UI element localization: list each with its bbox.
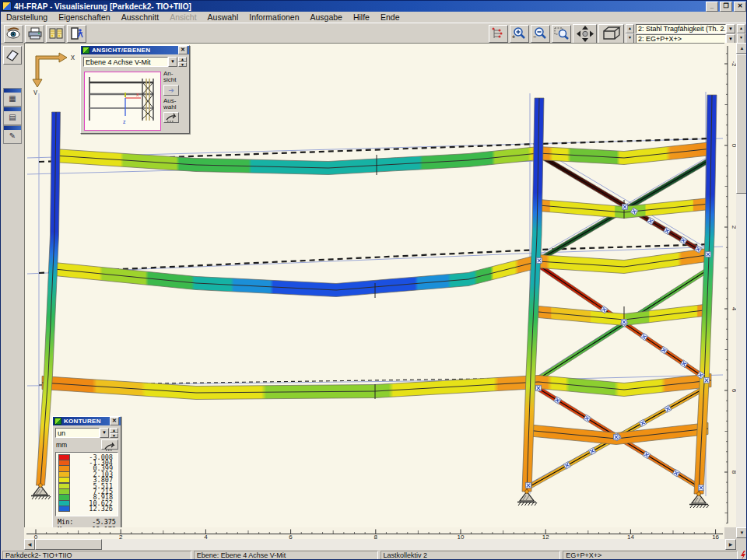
zoom-window-button[interactable] [552,25,571,43]
view-spin-down-icon[interactable]: ▼ [626,33,634,44]
konturen-combo[interactable]: un ▼ [55,428,109,438]
menu-item-darstellung[interactable]: Darstellung [1,12,53,22]
plane-3d-button[interactable] [3,46,22,65]
konturen-close-icon[interactable]: ✕ [110,417,119,425]
zoom-in-icon: + [511,26,528,40]
maximize-button[interactable]: ❐ [720,2,732,12]
horizontal-scroll-thumb[interactable] [35,539,102,550]
svg-text:0: 0 [34,534,38,540]
menu-item-ansicht: Ansicht [164,12,202,22]
horizontal-scrollbar[interactable]: ◀ ▶ [24,539,736,550]
vertical-scroll-thumb[interactable] [736,54,747,194]
ebene-combo-arrow-icon[interactable]: ▼ [168,57,177,67]
status-alert-icon [740,551,746,560]
load-spin-down-icon[interactable]: ▼ [737,33,745,44]
exit-button[interactable] [67,25,86,43]
scroll-up-icon[interactable]: ▲ [736,43,747,54]
konturen-combo-arrow-icon[interactable]: ▼ [100,428,109,438]
contour-legend: -3.008-1.3040.3992.1033.8075.5117.2158.9… [55,452,118,516]
view-settings-button[interactable] [4,25,23,43]
axis-indicator: x y [31,47,81,95]
result-combo[interactable]: 2: Stahl Tragfähigkeit (Th. 2. O ▼ [636,24,735,33]
printer-icon [27,27,43,40]
ansicht-ebenen-panel[interactable]: ANSICHT/EBENEN ✕ Ebene 4 Achse V-Mit ▼ ▲… [80,45,190,134]
svg-text:4: 4 [731,307,737,311]
ansicht-label-line2: sicht [163,77,188,83]
status-project: Parkdeck2- TIO+TIIO [2,551,191,560]
view-3d-box-icon [601,26,622,41]
exit-door-icon [69,27,85,40]
right-ruler: -202468 [724,43,736,527]
konturen-panel-titlebar[interactable]: KONTUREN ✕ [53,417,121,425]
konturen-spinner[interactable]: ▲ ▼ [110,428,118,438]
scroll-left-icon[interactable]: ◀ [24,539,35,550]
title-bar[interactable]: 4H-FRAP - Visualisierung [Parkdeck2- TIO… [1,1,747,12]
auswahl-label-line2: wahl [163,104,188,110]
zoom-window-icon [553,26,570,40]
scroll-down-icon[interactable]: ▼ [736,527,747,538]
plane-preview[interactable]: x z [84,72,161,131]
load-spinner[interactable]: ▲ ▼ [737,24,745,44]
ebene-spinner[interactable]: ▲ ▼ [178,57,187,67]
pages-button[interactable] [46,25,65,43]
load-spin-up-icon[interactable]: ▲ [737,24,745,34]
svg-text:2: 2 [119,534,123,540]
svg-text:10: 10 [458,534,465,540]
minimize-button[interactable]: _ [706,2,718,12]
load-combo-value[interactable]: 2: EG+P+X+> [636,34,726,44]
print-button[interactable] [25,25,44,43]
legend-value: 12.326 [70,505,117,513]
konturen-panel[interactable]: KONTUREN ✕ un ▼ ▲ ▼ mm [52,416,121,527]
svg-text:0: 0 [731,144,737,148]
menu-item-ende[interactable]: Ende [375,12,405,22]
result-combo-value[interactable]: 2: Stahl Tragfähigkeit (Th. 2. O [636,24,726,33]
konturen-spin-down-icon[interactable]: ▼ [110,433,118,439]
ansicht-close-icon[interactable]: ✕ [178,46,188,54]
auswahl-pick-button[interactable] [163,112,179,123]
vertical-scrollbar[interactable]: ▲ ▼ [736,43,747,538]
menu-item-hilfe[interactable]: Hilfe [348,12,375,22]
mini-panel-table[interactable]: ▤ [3,107,22,125]
zoom-out-button[interactable]: − [531,25,550,43]
svg-text:8: 8 [374,534,378,540]
konturen-pick-button[interactable] [101,439,118,450]
ansicht-panel-titlebar[interactable]: ANSICHT/EBENEN ✕ [81,46,189,54]
mini-panel-pen[interactable]: ✎ [3,125,22,144]
konturen-panel-title: KONTUREN [64,418,101,425]
menu-item-ausschnitt[interactable]: Ausschnitt [116,12,164,22]
pan-button[interactable] [573,24,597,44]
load-combo[interactable]: 2: EG+P+X+> ▼ [636,34,735,44]
svg-text:16: 16 [712,534,719,540]
svg-text:8: 8 [731,471,737,474]
ebene-combo-value[interactable]: Ebene 4 Achse V-Mit [83,57,168,67]
view-3d-button[interactable] [598,24,624,44]
ebene-spin-down-icon[interactable]: ▼ [178,62,187,68]
konturen-combo-value[interactable]: un [55,428,100,438]
app-window: 4H-FRAP - Visualisierung [Parkdeck2- TIO… [0,0,747,560]
ansicht-apply-button[interactable]: ➔ [163,85,179,96]
status-bar: Parkdeck2- TIO+TIIO Ebene: Ebene 4 Achse… [1,550,747,560]
menu-item-ausgabe[interactable]: Ausgabe [305,12,348,22]
menu-item-informationen[interactable]: Informationen [244,12,304,22]
display-options-button[interactable] [489,25,508,43]
window-title: 4H-FRAP - Visualisierung [Parkdeck2- TIO… [14,2,191,11]
scroll-right-icon[interactable]: ▶ [725,539,736,550]
view-spin-up-icon[interactable]: ▲ [626,24,634,34]
ebene-combo[interactable]: Ebene 4 Achse V-Mit ▼ [83,57,177,67]
axis-x-label: x [71,53,75,61]
preview-x-label: x [136,92,139,97]
view-spinner[interactable]: ▲ ▼ [626,24,634,44]
result-combo-arrow-icon[interactable]: ▼ [726,24,735,33]
mini-panel-grid[interactable]: ▦ [3,88,22,107]
load-combo-arrow-icon[interactable]: ▼ [726,34,735,44]
menu-item-eigenschaften[interactable]: Eigenschaften [53,12,116,22]
close-button[interactable]: ✕ [734,2,746,12]
pick-pointer-icon [103,443,116,451]
pan-cross-icon [575,25,595,43]
zoom-out-icon: − [532,26,549,40]
zoom-in-button[interactable]: + [510,25,529,43]
preview-z-label: z [123,119,126,124]
menu-item-auswahl[interactable]: Auswahl [202,12,244,22]
status-lastfall: EG+P+X+> [563,551,738,560]
structure-canvas[interactable]: x y ANSICHT/EBENEN ✕ Ebene 4 Achse V-Mit… [24,43,724,527]
